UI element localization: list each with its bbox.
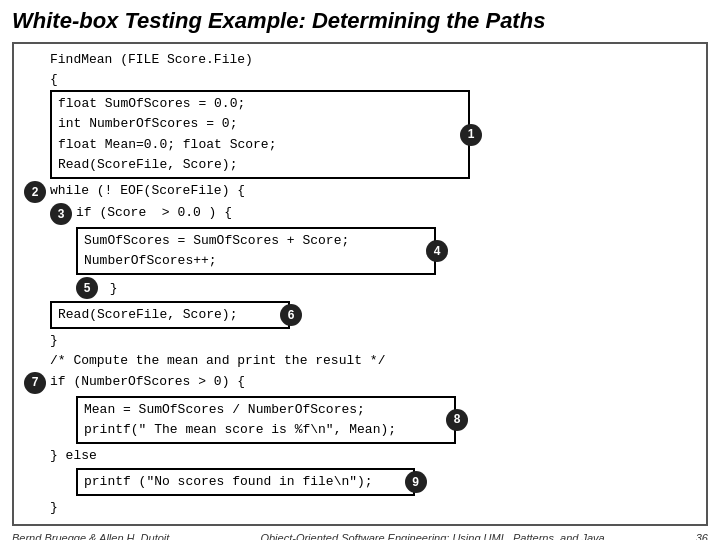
block2-line2: NumberOfScores++;: [84, 251, 394, 271]
code-printf: printf ("No scores found in file\n");: [84, 474, 373, 489]
code-container: FindMean (FILE Score.File) { float SumOf…: [12, 42, 708, 526]
code-if-text: if (Score > 0.0 ) {: [76, 203, 232, 223]
code-close-main: }: [50, 498, 58, 518]
code-close5: }: [110, 281, 118, 296]
code-line-else: } else: [24, 446, 696, 466]
code-open-brace: {: [50, 70, 58, 90]
code-line-if: 3 if (Score > 0.0 ) {: [50, 203, 696, 225]
page-title: White-box Testing Example: Determining t…: [12, 8, 708, 34]
circle-4: 4: [426, 240, 448, 262]
footer: Bernd Bruegge & Allen H. Dutoit Object-O…: [12, 532, 708, 540]
footer-right: 36: [696, 532, 708, 540]
code-comment: /* Compute the mean and print the result…: [50, 351, 385, 371]
circle-3: 3: [50, 203, 72, 225]
code-line-close-while: }: [24, 331, 696, 351]
printf-wrapper: printf ("No scores found in file\n"); 9: [76, 468, 696, 496]
code-line-header: FindMean (FILE Score.File): [24, 50, 696, 70]
block2-line1: SumOfScores = SumOfScores + Score;: [84, 231, 394, 251]
code-else: } else: [50, 446, 97, 466]
code-line-comment: /* Compute the mean and print the result…: [24, 351, 696, 371]
block3-line2: printf(" The mean score is %f\n", Mean);: [84, 420, 414, 440]
read-wrapper: Read(ScoreFile, Score); 6: [50, 301, 696, 329]
code-close-while: }: [50, 331, 58, 351]
circle-7: 7: [24, 372, 46, 394]
block1-wrapper: float SumOfScores = 0.0; int NumberOfSco…: [50, 90, 696, 179]
code-line-close-main: }: [24, 498, 696, 518]
code-if7-text: if (NumberOfScores > 0) {: [50, 372, 245, 392]
close5-wrapper: 5 }: [76, 277, 696, 299]
circle-1: 1: [460, 124, 482, 146]
block1-line2: int NumberOfScores = 0;: [58, 114, 428, 134]
code-while-text: while (! EOF(ScoreFile) {: [50, 181, 245, 201]
circle-2: 2: [24, 181, 46, 203]
circle-6: 6: [280, 304, 302, 326]
block2-box: SumOfScores = SumOfScores + Score; Numbe…: [76, 227, 436, 275]
code-area: FindMean (FILE Score.File) { float SumOf…: [12, 42, 708, 526]
read-box: Read(ScoreFile, Score); 6: [50, 301, 290, 329]
block3-wrapper: Mean = SumOfScores / NumberOfScores; pri…: [76, 396, 696, 444]
block3-box: Mean = SumOfScores / NumberOfScores; pri…: [76, 396, 456, 444]
block2-wrapper: SumOfScores = SumOfScores + Score; Numbe…: [76, 227, 696, 275]
block1-line1: float SumOfScores = 0.0;: [58, 94, 428, 114]
code-read: Read(ScoreFile, Score);: [58, 307, 237, 322]
code-line-open: {: [24, 70, 696, 90]
block1-line4: Read(ScoreFile, Score);: [58, 155, 428, 175]
circle-9: 9: [405, 471, 427, 493]
page: White-box Testing Example: Determining t…: [0, 0, 720, 540]
footer-center: Object-Oriented Software Engineering: Us…: [260, 532, 604, 540]
code-line-if7: 7 if (NumberOfScores > 0) {: [24, 372, 696, 394]
code-func-header: FindMean (FILE Score.File): [50, 50, 253, 70]
printf-box: printf ("No scores found in file\n"); 9: [76, 468, 415, 496]
circle-5: 5: [76, 277, 98, 299]
block1-box: float SumOfScores = 0.0; int NumberOfSco…: [50, 90, 470, 179]
footer-left: Bernd Bruegge & Allen H. Dutoit: [12, 532, 169, 540]
block3-line1: Mean = SumOfScores / NumberOfScores;: [84, 400, 414, 420]
code-line-while: 2 while (! EOF(ScoreFile) {: [24, 181, 696, 203]
block1-line3: float Mean=0.0; float Score;: [58, 135, 428, 155]
circle-8: 8: [446, 409, 468, 431]
